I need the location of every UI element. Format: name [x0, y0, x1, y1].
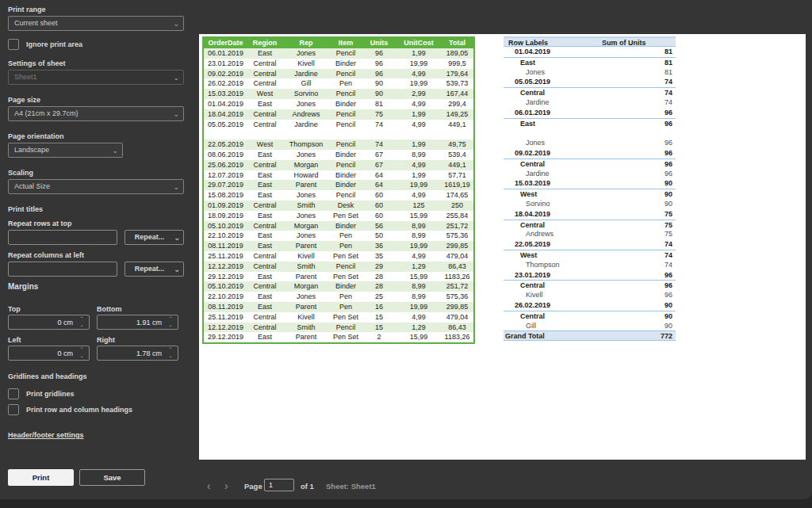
- table-cell: Pencil: [330, 323, 362, 333]
- settings-of-sheet-select: Sheet1 ⌄: [8, 70, 184, 85]
- margin-bottom-input[interactable]: [98, 315, 178, 329]
- settings-of-sheet-label: Settings of sheet: [8, 59, 66, 67]
- table-cell: Central: [247, 221, 282, 231]
- pivot-row: Gill90: [504, 321, 676, 331]
- margin-bottom-stepper[interactable]: ⌃⌄: [97, 315, 178, 330]
- table-cell: 1,99: [396, 170, 441, 181]
- save-button[interactable]: Save: [79, 469, 145, 486]
- page-number-input[interactable]: [264, 479, 294, 491]
- print-button[interactable]: Print: [8, 469, 74, 486]
- pivot-row-label: 09.02.2019: [504, 148, 600, 159]
- table-cell: 2: [362, 332, 396, 343]
- pivot-row-label: Central: [504, 311, 600, 321]
- table-cell: 64: [362, 180, 396, 190]
- table-row: 29.12.2019EastParentPen Set215,991183,26: [203, 332, 474, 343]
- table-cell: Thompson: [282, 139, 330, 150]
- table-cell: 56: [362, 221, 396, 231]
- table-cell: 06.01.2019: [203, 48, 247, 59]
- print-gridlines-checkbox[interactable]: [8, 388, 19, 399]
- print-settings-panel: Print range Current sheet ⌄ Ignore print…: [0, 0, 198, 499]
- margin-right-input[interactable]: [98, 346, 178, 360]
- table-cell: 08.11.2019: [203, 241, 247, 251]
- table-cell: 60: [362, 211, 396, 221]
- spinner-arrows-icon[interactable]: ⌃⌄: [167, 346, 174, 360]
- table-cell: Central: [247, 251, 282, 262]
- page-size-select[interactable]: A4 (21cm x 29.7cm) ⌄: [8, 106, 184, 121]
- print-range-select[interactable]: Current sheet ⌄: [8, 16, 184, 31]
- margin-top-stepper[interactable]: ⌃⌄: [8, 315, 90, 330]
- table-cell: Binder: [330, 59, 362, 69]
- margin-top-label: Top: [8, 305, 21, 313]
- pivot-row: Jardine96: [504, 169, 676, 179]
- table-cell: East: [247, 272, 282, 282]
- print-headings-checkbox[interactable]: [8, 404, 19, 415]
- pivot-row-value: 81: [600, 47, 676, 57]
- repeat-rows-input[interactable]: [8, 230, 117, 245]
- table-cell: 1,99: [396, 48, 441, 59]
- margin-left-input[interactable]: [9, 346, 89, 360]
- table-cell: 67: [362, 160, 396, 170]
- table-cell: Andrews: [282, 109, 330, 120]
- table-row: 12.12.2019CentralSmithPencil291,2986,43: [203, 262, 474, 272]
- table-cell: 96: [362, 48, 396, 59]
- chevron-down-icon: ⌄: [174, 263, 180, 277]
- table-row: 22.10.2019EastJonesPen508,99575,36: [203, 231, 474, 241]
- table-cell: 999,5: [441, 59, 474, 69]
- page-of-label: of 1: [301, 482, 314, 491]
- table-cell: 09.02.2019: [203, 69, 247, 79]
- pivot-row: 26.02.201990: [504, 300, 676, 311]
- table-cell: 15,99: [396, 332, 441, 343]
- table-cell: Central: [247, 69, 282, 79]
- page-size-label: Page size: [8, 96, 40, 104]
- page-orientation-select[interactable]: Landscape ⌄: [8, 143, 123, 158]
- pivot-row-label: East: [504, 119, 600, 128]
- scaling-select[interactable]: Actual Size ⌄: [8, 179, 184, 194]
- previous-page-icon[interactable]: ‹: [207, 478, 211, 494]
- table-cell: Kivell: [282, 59, 330, 69]
- table-cell: Central: [247, 323, 282, 333]
- repeat-rows-label: Repeat rows at top: [8, 220, 72, 227]
- spinner-arrows-icon[interactable]: ⌃⌄: [78, 315, 86, 329]
- table-cell: West: [247, 89, 282, 99]
- table-cell: Pencil: [330, 69, 362, 79]
- table-row: 12.07.2019EastHowardBinder641,9957,71: [203, 170, 474, 181]
- margin-right-stepper[interactable]: ⌃⌄: [97, 346, 178, 361]
- spinner-arrows-icon[interactable]: ⌃⌄: [167, 315, 174, 329]
- pivot-row-label: Central: [504, 159, 600, 169]
- table-cell: 15: [362, 323, 396, 333]
- repeat-rows-button[interactable]: Repeat... ⌄: [124, 230, 184, 245]
- pivot-row-label: Jardine: [504, 97, 600, 108]
- pivot-row-value: 96: [600, 169, 676, 179]
- table-cell: Central: [247, 109, 282, 120]
- header-footer-settings-link[interactable]: Header/footer settings: [8, 431, 84, 439]
- table-cell: Jones: [282, 211, 330, 221]
- repeat-columns-button[interactable]: Repeat... ⌄: [124, 262, 184, 277]
- pivot-row-value: 75: [600, 209, 676, 220]
- pivot-row-value: 74: [600, 97, 676, 108]
- margin-top-input[interactable]: [9, 315, 89, 329]
- table-cell: 50: [362, 231, 396, 241]
- repeat-columns-input[interactable]: [8, 262, 117, 277]
- table-cell: Pencil: [330, 190, 362, 201]
- table-cell: Morgan: [282, 281, 330, 292]
- table-row: 06.01.2019EastJonesPencil961,99189,05: [203, 48, 474, 59]
- pivot-row: East96: [504, 118, 676, 128]
- table-cell: 299,85: [441, 241, 474, 251]
- table-cell: 64: [362, 170, 396, 181]
- spinner-arrows-icon[interactable]: ⌃⌄: [78, 346, 86, 360]
- table-cell: 1,99: [396, 109, 441, 120]
- scaling-label: Scaling: [8, 169, 33, 177]
- table-cell: Morgan: [282, 221, 330, 231]
- table-cell: Smith: [282, 323, 330, 333]
- table-cell: Jardine: [282, 69, 330, 79]
- pivot-row: East81: [504, 57, 676, 67]
- pivot-header-row: Row LabelsSum of Units: [504, 36, 676, 47]
- margin-left-stepper[interactable]: ⌃⌄: [8, 346, 90, 361]
- table-cell: Kivell: [282, 312, 330, 323]
- table-cell: 4,99: [396, 69, 441, 79]
- table-cell: Central: [247, 160, 282, 170]
- ignore-print-area-checkbox[interactable]: [8, 39, 19, 50]
- table-cell: East: [247, 180, 282, 190]
- table-cell: 539,4: [441, 150, 474, 160]
- next-page-icon[interactable]: ›: [224, 478, 228, 494]
